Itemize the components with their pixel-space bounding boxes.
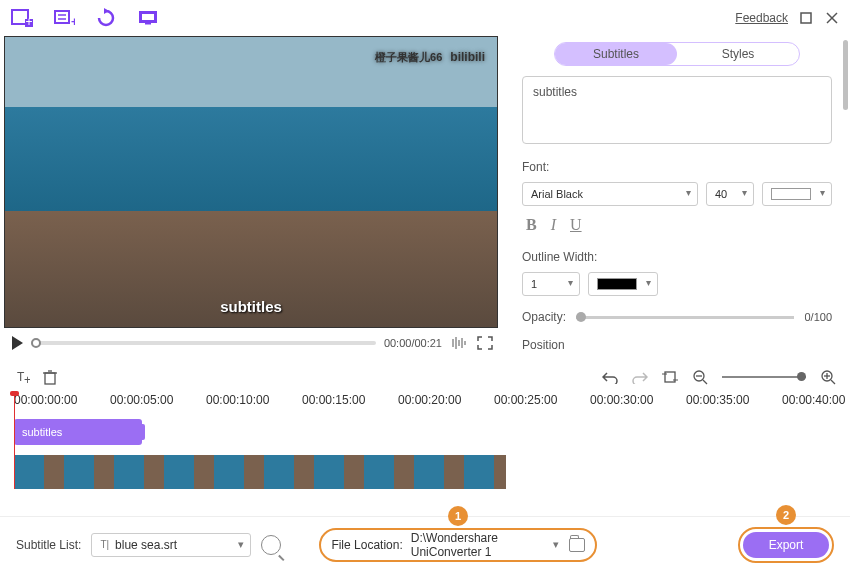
screen-icon[interactable]: [136, 8, 160, 28]
timeline[interactable]: 00:00:00:0000:00:05:0000:00:10:0000:00:1…: [0, 393, 850, 489]
file-location-label: File Location:: [331, 538, 402, 552]
svg-rect-3: [55, 11, 69, 23]
bold-button[interactable]: B: [526, 216, 537, 234]
watermark: 橙子果酱儿66bilibili: [375, 49, 485, 65]
audio-icon[interactable]: [450, 334, 468, 352]
ruler-tick: 00:00:10:00: [206, 393, 269, 407]
opacity-value: 0/100: [804, 311, 832, 323]
ruler-tick: 00:00:15:00: [302, 393, 365, 407]
preview-pane: 橙子果酱儿66bilibili subtitles 00:00/00:21: [0, 36, 500, 361]
ruler-tick: 00:00:25:00: [494, 393, 557, 407]
svg-rect-20: [45, 373, 55, 384]
svg-text:+: +: [71, 15, 75, 27]
delete-icon[interactable]: [42, 369, 58, 385]
add-media-icon[interactable]: +: [10, 8, 34, 28]
undo-icon[interactable]: [602, 369, 618, 385]
export-button[interactable]: Export: [743, 532, 829, 558]
svg-line-32: [831, 380, 835, 384]
time-display: 00:00/00:21: [384, 337, 442, 349]
svg-text:+: +: [25, 15, 32, 27]
svg-text:+: +: [24, 373, 30, 385]
file-location-group: 1 File Location: D:\Wondershare UniConve…: [319, 528, 596, 562]
zoom-out-icon[interactable]: [692, 369, 708, 385]
playhead[interactable]: [14, 395, 15, 489]
refresh-icon[interactable]: [94, 8, 118, 28]
opacity-label: Opacity:: [522, 310, 566, 324]
file-location-select[interactable]: D:\Wondershare UniConverter 1: [411, 534, 561, 556]
play-button[interactable]: [12, 336, 23, 350]
outline-color-select[interactable]: [588, 272, 658, 296]
tab-subtitles[interactable]: Subtitles: [555, 43, 677, 65]
search-icon[interactable]: [261, 535, 281, 555]
redo-icon[interactable]: [632, 369, 648, 385]
fullscreen-icon[interactable]: [476, 334, 494, 352]
svg-rect-10: [801, 13, 811, 23]
ruler-tick: 00:00:40:00: [782, 393, 845, 407]
subtitle-overlay: subtitles: [220, 298, 282, 315]
ruler-tick: 00:00:30:00: [590, 393, 653, 407]
properties-panel: Subtitles Styles subtitles Font: Arial B…: [500, 36, 850, 361]
callout-1: 1: [448, 506, 468, 526]
ruler-tick: 00:00:20:00: [398, 393, 461, 407]
tab-styles[interactable]: Styles: [677, 43, 799, 65]
video-preview[interactable]: 橙子果酱儿66bilibili subtitles: [4, 36, 498, 328]
svg-rect-8: [142, 14, 154, 20]
outline-width-label: Outline Width:: [522, 250, 832, 264]
scrollbar[interactable]: [843, 40, 848, 110]
ruler-tick: 00:00:35:00: [686, 393, 749, 407]
video-track[interactable]: [14, 455, 506, 489]
subtitle-list-label: Subtitle List:: [16, 538, 81, 552]
progress-bar[interactable]: [31, 341, 376, 345]
svg-line-28: [703, 380, 707, 384]
font-label: Font:: [522, 160, 832, 174]
zoom-in-icon[interactable]: [820, 369, 836, 385]
opacity-slider[interactable]: [576, 316, 794, 319]
crop-icon[interactable]: [662, 369, 678, 385]
underline-button[interactable]: U: [570, 216, 582, 234]
zoom-slider[interactable]: [722, 376, 806, 378]
folder-icon[interactable]: [569, 538, 585, 552]
add-marker-icon[interactable]: +: [52, 8, 76, 28]
position-label: Position: [522, 338, 832, 352]
feedback-link[interactable]: Feedback: [735, 11, 788, 25]
callout-2: 2: [776, 505, 796, 525]
ruler-tick: 00:00:00:00: [14, 393, 77, 407]
font-size-select[interactable]: 40: [706, 182, 754, 206]
subtitle-list-select[interactable]: blue sea.srt: [91, 533, 251, 557]
outline-width-select[interactable]: 1: [522, 272, 580, 296]
ruler-tick: 00:00:05:00: [110, 393, 173, 407]
close-button[interactable]: [824, 10, 840, 26]
text-add-icon[interactable]: T+: [14, 369, 30, 385]
font-select[interactable]: Arial Black: [522, 182, 698, 206]
maximize-button[interactable]: [798, 10, 814, 26]
italic-button[interactable]: I: [551, 216, 556, 234]
subtitle-clip[interactable]: subtitles: [14, 419, 142, 445]
font-color-select[interactable]: [762, 182, 832, 206]
subtitle-text-input[interactable]: subtitles: [522, 76, 832, 144]
